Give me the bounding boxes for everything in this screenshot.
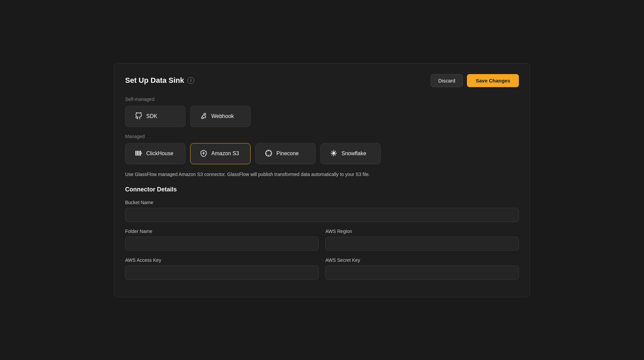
managed-grid: ClickHouse Amazon S3 [125, 143, 519, 164]
svg-point-0 [202, 117, 204, 119]
pinecone-label: Pinecone [276, 151, 299, 157]
save-changes-button[interactable]: Save Changes [467, 74, 519, 87]
modal-title: Set Up Data Sink [125, 76, 184, 85]
form-group-bucket-name: Bucket Name [125, 200, 519, 222]
aws-access-key-label: AWS Access Key [125, 257, 319, 263]
modal-header: Set Up Data Sink i Discard Save Changes [125, 74, 519, 87]
discard-button[interactable]: Discard [431, 74, 463, 87]
folder-name-label: Folder Name [125, 229, 319, 234]
aws-region-label: AWS Region [325, 229, 519, 234]
pinecone-icon [265, 149, 272, 158]
bucket-name-input[interactable] [125, 208, 519, 222]
clickhouse-icon [135, 149, 142, 158]
self-managed-label: Self-managed [125, 97, 519, 102]
form-row-folder-region: Folder Name AWS Region [125, 229, 519, 257]
header-buttons: Discard Save Changes [431, 74, 519, 87]
webhook-label: Webhook [211, 113, 234, 119]
webhook-icon [200, 112, 207, 121]
title-group: Set Up Data Sink i [125, 76, 194, 85]
connector-card-webhook[interactable]: Webhook [190, 106, 251, 127]
aws-access-key-input[interactable] [125, 265, 319, 280]
description-text: Use GlassFlow managed Amazon S3 connecto… [125, 171, 519, 178]
svg-rect-6 [141, 153, 142, 154]
connector-card-pinecone[interactable]: Pinecone [255, 143, 316, 164]
svg-rect-2 [136, 151, 137, 156]
connector-details-title: Connector Details [125, 186, 519, 193]
info-icon[interactable]: i [187, 77, 194, 84]
amazon-s3-label: Amazon S3 [211, 151, 239, 157]
snowflake-icon [330, 149, 337, 158]
form-row-access-secret: AWS Access Key AWS Secret Key [125, 257, 519, 286]
self-managed-section: Self-managed SDK [125, 97, 519, 127]
sdk-label: SDK [146, 113, 157, 119]
connector-card-snowflake[interactable]: Snowflake [320, 143, 381, 164]
form-group-aws-region: AWS Region [325, 229, 519, 251]
connector-card-amazon-s3[interactable]: Amazon S3 [190, 143, 251, 164]
form-group-aws-secret-key: AWS Secret Key [325, 257, 519, 280]
self-managed-grid: SDK Webhook [125, 106, 519, 127]
svg-rect-5 [140, 151, 141, 156]
form-group-aws-access-key: AWS Access Key [125, 257, 319, 280]
aws-region-input[interactable] [325, 237, 519, 251]
form-group-folder-name: Folder Name [125, 229, 319, 251]
bucket-name-label: Bucket Name [125, 200, 519, 205]
clickhouse-label: ClickHouse [146, 151, 173, 157]
aws-secret-key-input[interactable] [325, 265, 519, 280]
amazon-s3-icon [200, 149, 207, 158]
managed-section: Managed ClickHouse [125, 134, 519, 164]
folder-name-input[interactable] [125, 237, 319, 251]
svg-rect-4 [139, 151, 140, 156]
connector-card-clickhouse[interactable]: ClickHouse [125, 143, 185, 164]
sdk-icon [135, 112, 142, 121]
setup-data-sink-modal: Set Up Data Sink i Discard Save Changes … [114, 63, 530, 297]
svg-rect-3 [137, 151, 138, 156]
aws-secret-key-label: AWS Secret Key [325, 257, 519, 263]
managed-label: Managed [125, 134, 519, 139]
snowflake-label: Snowflake [341, 151, 366, 157]
connector-details-section: Connector Details Bucket Name Folder Nam… [125, 186, 519, 286]
svg-point-12 [333, 153, 334, 154]
connector-card-sdk[interactable]: SDK [125, 106, 185, 127]
